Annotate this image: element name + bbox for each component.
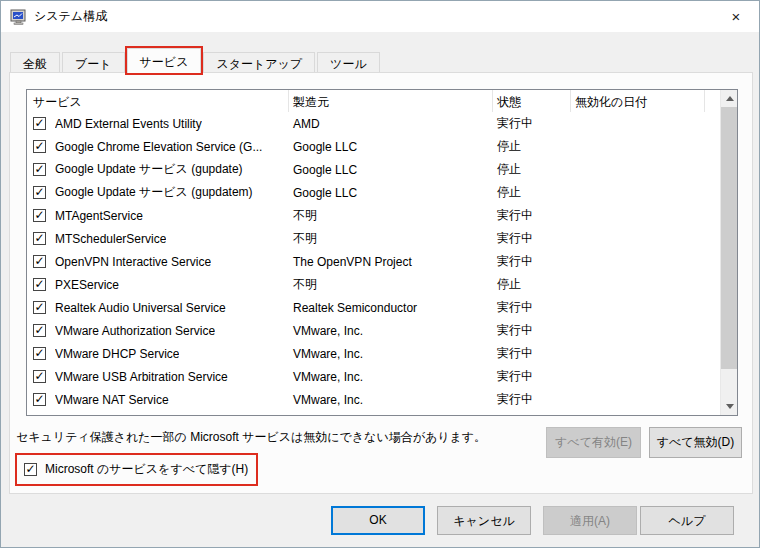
service-status: 実行中	[493, 414, 571, 415]
service-status: 実行中	[493, 345, 571, 362]
service-manufacturer: 不明	[289, 207, 493, 224]
hide-microsoft-services-checkbox[interactable]: ✓	[24, 463, 37, 476]
scrollbar-thumb[interactable]	[721, 107, 738, 369]
table-row[interactable]: ✓ Google Update サービス (gupdatem) Google L…	[27, 181, 720, 204]
tab-general[interactable]: 全般	[10, 52, 60, 73]
table-row[interactable]: ✓ VMware Authorization Service VMware, I…	[27, 319, 720, 342]
window-title: システム構成	[34, 8, 107, 25]
tab-tools[interactable]: ツール	[317, 52, 380, 73]
tab-strip: 全般 ブート サービス スタートアップ ツール	[10, 50, 382, 73]
service-checkbox[interactable]: ✓	[33, 370, 46, 383]
help-button[interactable]: ヘルプ	[640, 506, 734, 535]
system-configuration-dialog: システム構成 × 全般 ブート サービス スタートアップ ツール サービス 製造…	[0, 0, 760, 548]
chevron-up-icon	[726, 96, 734, 101]
title-bar: システム構成 ×	[1, 1, 759, 32]
service-checkbox[interactable]: ✓	[33, 324, 46, 337]
tab-startup[interactable]: スタートアップ	[203, 52, 315, 73]
service-status: 実行中	[493, 253, 571, 270]
tab-boot[interactable]: ブート	[62, 52, 125, 73]
service-status: 実行中	[493, 230, 571, 247]
table-row[interactable]: ✓ MTAgentService 不明 実行中	[27, 204, 720, 227]
service-checkbox[interactable]: ✓	[33, 209, 46, 222]
column-header-date-disabled[interactable]: 無効化の日付	[571, 90, 705, 112]
ok-button[interactable]: OK	[331, 506, 425, 535]
service-checkbox[interactable]: ✓	[33, 140, 46, 153]
tab-services[interactable]: サービス	[127, 48, 202, 73]
service-checkbox[interactable]: ✓	[33, 347, 46, 360]
service-status: 停止	[493, 276, 571, 293]
cancel-button[interactable]: キャンセル	[437, 506, 531, 535]
hide-microsoft-services-annotation: ✓ Microsoft のサービスをすべて隠す(H)	[15, 453, 258, 486]
close-button[interactable]: ×	[713, 1, 759, 31]
table-row[interactable]: ✓ 不明 実行中	[27, 411, 720, 415]
table-row[interactable]: ✓ Google Update サービス (gupdate) Google LL…	[27, 158, 720, 181]
table-row[interactable]: ✓ VMware DHCP Service VMware, Inc. 実行中	[27, 342, 720, 365]
service-manufacturer: VMware, Inc.	[289, 370, 493, 384]
service-name: VMware Authorization Service	[55, 324, 215, 338]
hide-microsoft-services-label: Microsoft のサービスをすべて隠す(H)	[45, 461, 248, 478]
service-manufacturer: Realtek Semiconductor	[289, 301, 493, 315]
service-checkbox[interactable]: ✓	[33, 278, 46, 291]
security-note: セキュリティ保護された一部の Microsoft サービスは無効にできない場合が…	[16, 429, 536, 446]
service-manufacturer: VMware, Inc.	[289, 393, 493, 407]
table-row[interactable]: ✓ PXEService 不明 停止	[27, 273, 720, 296]
service-manufacturer: Google LLC	[289, 163, 493, 177]
service-name: Google Update サービス (gupdate)	[55, 161, 243, 178]
service-checkbox[interactable]: ✓	[33, 117, 46, 130]
chevron-down-icon	[726, 404, 734, 409]
service-status: 実行中	[493, 322, 571, 339]
scroll-down-button[interactable]	[721, 398, 738, 415]
service-name: Google Update サービス (gupdatem)	[55, 184, 253, 201]
service-name: MTSchedulerService	[55, 232, 166, 246]
table-row[interactable]: ✓ Google Chrome Elevation Service (G... …	[27, 135, 720, 158]
service-status: 停止	[493, 161, 571, 178]
service-name: VMware USB Arbitration Service	[55, 370, 228, 384]
column-header-manufacturer[interactable]: 製造元	[289, 90, 493, 112]
service-name: VMware NAT Service	[55, 393, 169, 407]
service-name: Realtek Audio Universal Service	[55, 301, 226, 315]
service-checkbox[interactable]: ✓	[33, 232, 46, 245]
services-list: サービス 製造元 状態 無効化の日付 ✓ AMD External Events…	[26, 89, 738, 416]
service-manufacturer: VMware, Inc.	[289, 324, 493, 338]
service-name: MTAgentService	[55, 209, 143, 223]
apply-button: 適用(A)	[543, 506, 637, 535]
service-status: 停止	[493, 184, 571, 201]
service-checkbox[interactable]: ✓	[33, 301, 46, 314]
enable-all-button: すべて有効(E)	[546, 427, 641, 458]
service-manufacturer: 不明	[289, 230, 493, 247]
msconfig-app-icon	[10, 9, 27, 25]
vertical-scrollbar[interactable]	[720, 90, 737, 415]
table-row[interactable]: ✓ OpenVPN Interactive Service The OpenVP…	[27, 250, 720, 273]
table-row[interactable]: ✓ AMD External Events Utility AMD 実行中	[27, 112, 720, 135]
table-row[interactable]: ✓ VMware USB Arbitration Service VMware,…	[27, 365, 720, 388]
service-name: OpenVPN Interactive Service	[55, 255, 211, 269]
service-status: 実行中	[493, 299, 571, 316]
service-manufacturer: 不明	[289, 414, 493, 415]
service-checkbox[interactable]: ✓	[33, 163, 46, 176]
service-manufacturer: The OpenVPN Project	[289, 255, 493, 269]
column-header-service[interactable]: サービス	[27, 90, 289, 112]
service-table-body: ✓ AMD External Events Utility AMD 実行中 ✓ …	[27, 112, 720, 415]
service-checkbox[interactable]: ✓	[33, 393, 46, 406]
list-header: サービス 製造元 状態 無効化の日付	[27, 90, 720, 112]
service-status: 実行中	[493, 115, 571, 132]
disable-all-button[interactable]: すべて無効(D)	[649, 427, 742, 458]
service-status: 実行中	[493, 368, 571, 385]
column-header-status[interactable]: 状態	[493, 90, 571, 112]
service-status: 実行中	[493, 207, 571, 224]
table-row[interactable]: ✓ MTSchedulerService 不明 実行中	[27, 227, 720, 250]
service-checkbox[interactable]: ✓	[33, 186, 46, 199]
service-name: Google Chrome Elevation Service (G...	[55, 140, 262, 154]
service-manufacturer: VMware, Inc.	[289, 347, 493, 361]
service-checkbox[interactable]: ✓	[33, 255, 46, 268]
service-manufacturer: Google LLC	[289, 186, 493, 200]
service-status: 実行中	[493, 391, 571, 408]
service-name: AMD External Events Utility	[55, 117, 202, 131]
scroll-up-button[interactable]	[721, 90, 738, 107]
service-manufacturer: AMD	[289, 117, 493, 131]
service-status: 停止	[493, 138, 571, 155]
table-row[interactable]: ✓ VMware NAT Service VMware, Inc. 実行中	[27, 388, 720, 411]
service-name: PXEService	[55, 278, 119, 292]
table-row[interactable]: ✓ Realtek Audio Universal Service Realte…	[27, 296, 720, 319]
service-manufacturer: 不明	[289, 276, 493, 293]
